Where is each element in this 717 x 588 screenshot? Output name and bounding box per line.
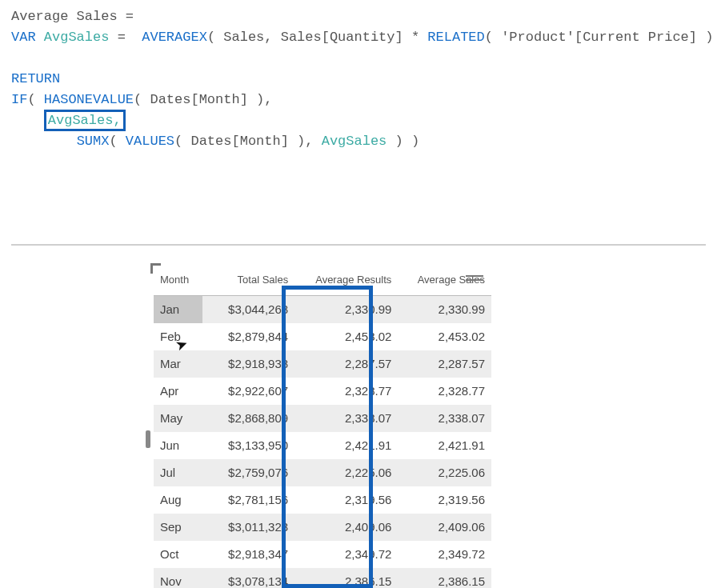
col-total-sales[interactable]: Total Sales	[202, 266, 295, 296]
results-table[interactable]: Month Total Sales Average Results Averag…	[154, 266, 491, 588]
fn-averagex: AVERAGEX	[142, 30, 207, 45]
resize-handle-icon[interactable]	[150, 263, 161, 274]
table-row: Sep$3,011,3232,409.062,409.06	[154, 514, 491, 541]
table-row: Nov$3,078,1342,386.152,386.15	[154, 568, 491, 588]
pane-divider[interactable]	[11, 244, 706, 246]
table-header-row: Month Total Sales Average Results Averag…	[154, 266, 491, 296]
table-row: Jun$3,133,9502,421.912,421.91	[154, 432, 491, 459]
kw-var: VAR	[11, 30, 36, 45]
scrollbar-thumb[interactable]	[146, 430, 150, 448]
var-name: AvgSales	[44, 30, 110, 45]
table-row: Apr$2,922,6072,328.772,328.77	[154, 378, 491, 405]
table-row: Mar$2,918,9382,287.572,287.57	[154, 350, 491, 378]
kw-return: RETURN	[11, 71, 60, 86]
results-visual[interactable]: Month Total Sales Average Results Averag…	[154, 266, 491, 588]
table-row: Feb$2,879,8442,453.022,453.02	[154, 323, 491, 350]
col-average-results[interactable]: Average Results	[294, 266, 398, 296]
cell-month[interactable]: Jan	[154, 296, 202, 324]
table-row: Jul$2,759,0762,225.062,225.06	[154, 459, 491, 486]
table-row: Aug$2,781,1562,319.562,319.56	[154, 486, 491, 514]
drag-handle-icon[interactable]	[466, 275, 483, 283]
table-row: May$2,868,8092,338.072,338.07	[154, 405, 491, 432]
dax-line1: Average Sales =	[11, 9, 134, 24]
table-row: Jan$3,044,2682,330.992,330.99	[154, 296, 491, 324]
col-month[interactable]: Month	[154, 266, 202, 296]
fn-values: VALUES	[126, 134, 174, 149]
fn-sumx: SUMX	[77, 134, 110, 149]
dax-formula[interactable]: Average Sales = VAR AvgSales = AVERAGEX(…	[11, 6, 706, 152]
highlighted-avgsales: AvgSales,	[44, 110, 126, 131]
fn-if: IF	[11, 92, 27, 107]
fn-related: RELATED	[427, 30, 484, 45]
table-row: Oct$2,918,3472,349.722,349.72	[154, 541, 491, 568]
fn-hasonevalue: HASONEVALUE	[44, 92, 134, 107]
